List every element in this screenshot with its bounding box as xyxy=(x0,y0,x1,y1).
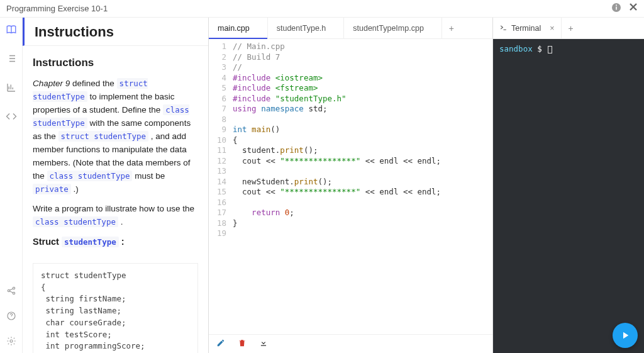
share-icon[interactable] xyxy=(4,284,18,298)
instructions-para-1: Chapter 9 defined the struct studentType… xyxy=(33,77,198,196)
editor-panel: main.cppstudentType.hstudentTypeImp.cpp+… xyxy=(209,18,493,353)
instructions-heading: Instructions xyxy=(33,55,198,71)
help-icon[interactable] xyxy=(4,309,18,323)
trash-icon[interactable] xyxy=(238,339,247,349)
file-tab-bar: main.cppstudentType.hstudentTypeImp.cpp+ xyxy=(209,18,492,39)
file-tab-studentType-h[interactable]: studentType.h xyxy=(268,18,345,38)
header-actions xyxy=(611,3,638,14)
svg-point-2 xyxy=(616,4,617,6)
file-tab-main-cpp[interactable]: main.cpp xyxy=(209,18,268,38)
terminal-tab-label: Terminal xyxy=(511,24,541,33)
terminal-tab-add[interactable]: + xyxy=(562,18,580,38)
left-iconbar xyxy=(0,18,23,353)
instructions-title: Instructions xyxy=(23,18,208,46)
code-area[interactable]: 12345678910111213141516171819 // Main.cp… xyxy=(209,39,492,334)
file-tab-studentTypeImp-cpp[interactable]: studentTypeImp.cpp xyxy=(344,18,442,38)
svg-rect-1 xyxy=(616,7,617,10)
terminal-prompt-path: sandbox xyxy=(499,44,533,53)
terminal-tab[interactable]: Terminal × xyxy=(493,18,562,38)
app-header: Programming Exercise 10-1 xyxy=(0,0,644,18)
struct-heading: Struct studentType : xyxy=(33,235,198,249)
terminal-prompt-symbol: $ xyxy=(537,44,547,53)
terminal-tab-close-icon[interactable]: × xyxy=(545,24,554,33)
terminal-panel: Terminal × + sandbox $ xyxy=(493,18,644,353)
editor-footer xyxy=(209,334,492,353)
info-icon[interactable] xyxy=(611,3,621,14)
code-lines[interactable]: // Main.cpp// Build 7//#include <iostrea… xyxy=(230,39,441,334)
download-icon[interactable] xyxy=(259,339,268,349)
chart-icon[interactable] xyxy=(4,81,18,94)
instructions-para-2: Write a program to illustrate how to use… xyxy=(33,203,198,229)
run-button[interactable] xyxy=(613,323,638,348)
terminal-cursor xyxy=(548,46,552,53)
struct-code-block: struct studentType { string firstName; s… xyxy=(33,263,198,353)
list-icon[interactable] xyxy=(4,52,18,65)
instructions-body: Instructions Chapter 9 defined the struc… xyxy=(23,46,208,263)
book-icon[interactable] xyxy=(4,23,18,36)
file-tab-add[interactable]: + xyxy=(442,18,461,38)
edit-icon[interactable] xyxy=(216,339,225,349)
page-title: Programming Exercise 10-1 xyxy=(6,4,611,13)
main-layout: Instructions Instructions Chapter 9 defi… xyxy=(0,18,644,353)
instructions-panel: Instructions Instructions Chapter 9 defi… xyxy=(23,18,209,353)
settings-icon[interactable] xyxy=(4,334,18,348)
terminal-body[interactable]: sandbox $ xyxy=(493,39,644,353)
terminal-icon xyxy=(499,23,508,33)
terminal-tab-bar: Terminal × + xyxy=(493,18,644,39)
svg-point-7 xyxy=(10,340,13,342)
code-icon[interactable] xyxy=(4,109,18,123)
close-icon[interactable] xyxy=(629,3,638,14)
line-gutter: 12345678910111213141516171819 xyxy=(209,39,230,334)
